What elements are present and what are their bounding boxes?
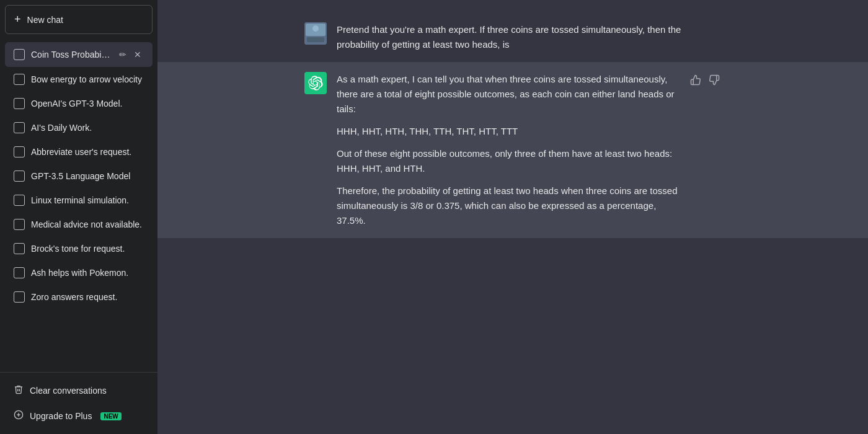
edit-button[interactable]: ✏: [117, 48, 129, 61]
sidebar-bottom: Clear conversations Upgrade to Plus NEW: [0, 372, 157, 434]
chat-icon: [14, 170, 25, 182]
chat-icon: [14, 49, 25, 60]
ai-message-row: As a math expert, I can tell you that wh…: [157, 62, 868, 238]
sidebar-item-label: Brock's tone for request.: [31, 244, 144, 254]
ai-intro-text: As a math expert, I can tell you that wh…: [337, 72, 679, 117]
sidebar-item-abbreviate[interactable]: Abbreviate user's request.: [5, 140, 153, 164]
chat-icon: [14, 243, 25, 254]
svg-point-6: [312, 25, 319, 32]
sidebar: + New chat Coin Toss Probability. ✏ ✕ Bo…: [0, 0, 157, 434]
upgrade-label: Upgrade to Plus: [30, 411, 92, 421]
new-chat-button[interactable]: + New chat: [5, 5, 153, 34]
chat-icon: [14, 98, 25, 109]
sidebar-items-list: Coin Toss Probability. ✏ ✕ Bow energy to…: [0, 39, 157, 372]
item-actions: ✏ ✕: [117, 48, 144, 61]
sidebar-item-gpt35[interactable]: GPT-3.5 Language Model: [5, 164, 153, 188]
chat-area: Pretend that you're a math expert. If th…: [157, 0, 868, 434]
clear-conversations-label: Clear conversations: [30, 386, 107, 396]
sidebar-item-ai-daily[interactable]: AI's Daily Work.: [5, 116, 153, 140]
sidebar-item-label: Zoro answers request.: [31, 292, 144, 302]
plus-icon: +: [14, 13, 21, 26]
main-content: Pretend that you're a math expert. If th…: [157, 0, 868, 434]
sidebar-item-label: AI's Daily Work.: [31, 123, 144, 133]
sidebar-item-label: Linux terminal simulation.: [31, 195, 144, 205]
sidebar-item-brock[interactable]: Brock's tone for request.: [5, 237, 153, 260]
sidebar-item-medical[interactable]: Medical advice not available.: [5, 213, 153, 236]
thumbs-up-button[interactable]: [689, 73, 702, 89]
chat-icon: [14, 74, 25, 85]
sidebar-item-linux[interactable]: Linux terminal simulation.: [5, 188, 153, 212]
ai-analysis-text: Out of these eight possible outcomes, on…: [337, 146, 679, 176]
sidebar-item-label: Abbreviate user's request.: [31, 147, 144, 157]
new-chat-label: New chat: [27, 15, 63, 25]
sidebar-item-ash[interactable]: Ash helps with Pokemon.: [5, 261, 153, 285]
upgrade-to-plus-button[interactable]: Upgrade to Plus NEW: [5, 404, 153, 428]
user-message-text: Pretend that you're a math expert. If th…: [337, 24, 681, 50]
sidebar-item-label: GPT-3.5 Language Model: [31, 171, 144, 181]
chat-icon: [14, 291, 25, 303]
thumbs-down-button[interactable]: [707, 73, 721, 89]
sidebar-item-label: Coin Toss Probability.: [31, 50, 110, 60]
ai-message-inner: As a math expert, I can tell you that wh…: [290, 72, 736, 228]
user-message-inner: Pretend that you're a math expert. If th…: [290, 22, 736, 52]
chat-icon: [14, 219, 25, 230]
sidebar-item-label: Medical advice not available.: [31, 219, 144, 229]
svg-rect-5: [307, 37, 324, 42]
user-message-row: Pretend that you're a math expert. If th…: [157, 12, 868, 62]
message-actions: [689, 73, 721, 89]
sidebar-item-bow-energy[interactable]: Bow energy to arrow velocity: [5, 68, 153, 91]
ai-outcomes-text: HHH, HHT, HTH, THH, TTH, THT, HTT, TTT: [337, 124, 679, 139]
user-avatar: [304, 22, 327, 45]
chat-icon: [14, 195, 25, 206]
trash-icon: [14, 384, 24, 397]
clear-conversations-button[interactable]: Clear conversations: [5, 378, 153, 403]
delete-button[interactable]: ✕: [131, 48, 144, 61]
new-badge: NEW: [100, 412, 121, 420]
ai-conclusion-text: Therefore, the probability of getting at…: [337, 184, 679, 228]
chat-icon: [14, 267, 25, 278]
chat-icon: [14, 122, 25, 133]
sidebar-item-label: Bow energy to arrow velocity: [31, 74, 144, 84]
sidebar-item-label: OpenAI's GPT-3 Model.: [31, 99, 144, 108]
ai-message-content: As a math expert, I can tell you that wh…: [337, 72, 679, 228]
sidebar-item-label: Ash helps with Pokemon.: [31, 268, 144, 278]
chat-icon: [14, 146, 25, 157]
ai-avatar: [304, 72, 327, 94]
sidebar-item-coin-toss[interactable]: Coin Toss Probability. ✏ ✕: [5, 42, 153, 67]
sidebar-item-openai-gpt3[interactable]: OpenAI's GPT-3 Model.: [5, 92, 153, 115]
upgrade-icon: [14, 410, 24, 422]
user-message-content: Pretend that you're a math expert. If th…: [337, 22, 721, 52]
sidebar-item-zoro[interactable]: Zoro answers request.: [5, 285, 153, 309]
